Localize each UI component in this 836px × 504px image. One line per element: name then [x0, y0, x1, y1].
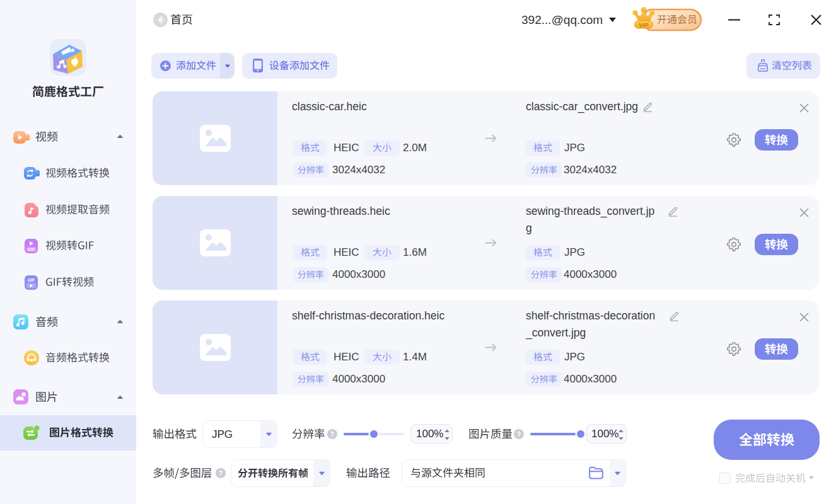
- svg-text:?: ?: [219, 469, 223, 477]
- svg-text:GIF: GIF: [28, 247, 35, 251]
- svg-text:GIF: GIF: [28, 278, 35, 282]
- svg-text:?: ?: [517, 430, 521, 438]
- svg-text:VIP: VIP: [639, 21, 649, 28]
- svg-text:?: ?: [330, 430, 334, 438]
